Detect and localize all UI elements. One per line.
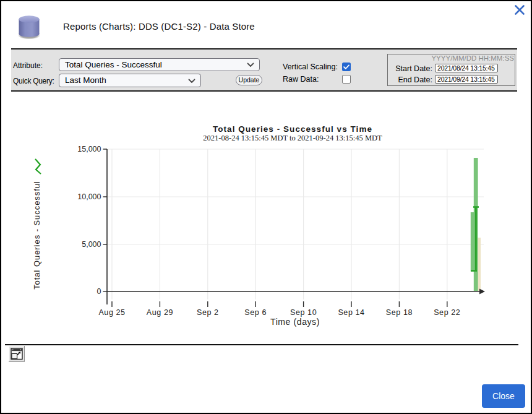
svg-text:Time (days): Time (days) (270, 317, 320, 327)
svg-text:Sep 18: Sep 18 (386, 308, 413, 317)
svg-text:Sep 6: Sep 6 (244, 308, 267, 317)
svg-text:Aug 29: Aug 29 (147, 308, 173, 317)
svg-text:0: 0 (97, 287, 101, 296)
svg-text:Sep 22: Sep 22 (434, 308, 460, 317)
svg-text:10,000: 10,000 (77, 192, 101, 201)
svg-text:Sep 14: Sep 14 (338, 308, 364, 317)
svg-text:Aug 25: Aug 25 (98, 308, 125, 317)
svg-text:Sep 10: Sep 10 (290, 308, 317, 317)
svg-text:5,000: 5,000 (82, 240, 101, 249)
svg-text:15,000: 15,000 (77, 145, 101, 153)
svg-text:Total Queries - Successful: Total Queries - Successful (32, 181, 41, 290)
svg-text:Sep 2: Sep 2 (197, 308, 219, 317)
